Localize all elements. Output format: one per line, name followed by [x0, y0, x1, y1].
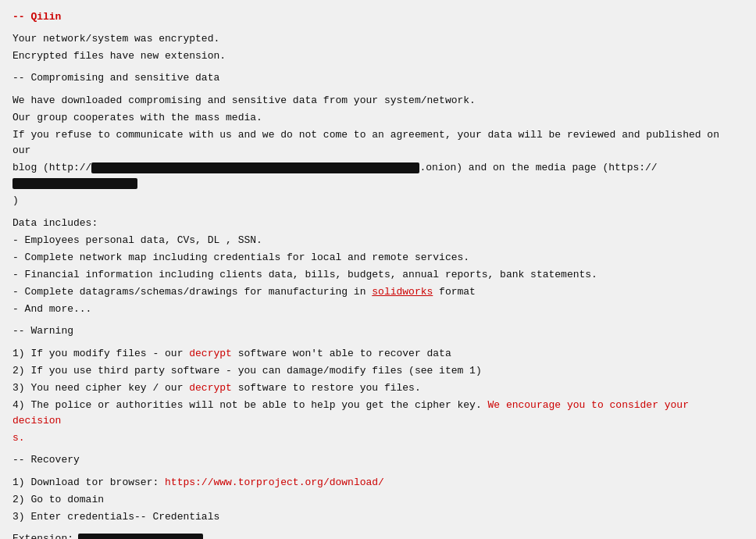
extension-line: Extension:: [12, 531, 744, 539]
data-includes-section: Data includes: - Employees personal data…: [12, 216, 744, 318]
warning-header: -- Warning: [12, 323, 744, 339]
compromising-body: We have downloaded compromising and sens…: [12, 93, 744, 209]
recovery-header: -- Recovery: [12, 452, 744, 468]
data-item-5: - And more...: [12, 302, 744, 317]
intro-line2: Encrypted files have new extension.: [12, 48, 744, 64]
comp-line3-prefix: If you refuse to communicate with us and…: [12, 129, 719, 156]
comp-blog-prefix: blog (http://: [12, 162, 91, 173]
warning-item-2: 2) If you use third party software - you…: [12, 363, 744, 379]
comp-end: ): [12, 193, 744, 209]
title-text: -- Qilin: [12, 11, 61, 23]
compromising-header: -- Compromising and sensitive data: [12, 70, 744, 86]
recovery-header-block: -- Recovery: [12, 452, 744, 468]
comp-line3: If you refuse to communicate with us and…: [12, 127, 744, 159]
data-item-1: - Employees personal data, CVs, DL , SSN…: [12, 233, 744, 248]
warning-items: 1) If you modify files - our decrypt sof…: [12, 346, 744, 447]
data-item-2: - Complete network map including credent…: [12, 250, 744, 266]
credentials-section: Extension: Domain: .onion login: passwor…: [12, 531, 744, 539]
comp-line1: We have downloaded compromising and sens…: [12, 93, 744, 109]
intro-section: Your network/system was encrypted. Encry…: [12, 31, 744, 64]
warning-item-4: 4) The police or authorities will not be…: [12, 398, 744, 429]
comp-blog-suffix: .onion) and on the media page (https://: [419, 162, 657, 173]
extension-label: Extension:: [12, 531, 73, 539]
redacted-media-url: [12, 178, 137, 189]
recovery-item-1: 1) Download tor browser: https://www.tor…: [12, 475, 744, 491]
data-item-4: - Complete datagrams/schemas/drawings fo…: [12, 284, 744, 300]
recovery-item-3: 3) Enter credentials-- Credentials: [12, 509, 744, 525]
intro-line1: Your network/system was encrypted.: [12, 31, 744, 47]
data-item-3: - Financial information including client…: [12, 267, 744, 283]
note-container: -- Qilin Your network/system was encrypt…: [12, 9, 744, 539]
warning-item-3: 3) You need cipher key / our decrypt sof…: [12, 380, 744, 396]
comp-blog-line: blog (http://.onion) and on the media pa…: [12, 160, 744, 191]
warning-section: -- Warning: [12, 323, 744, 339]
comp-line2: Our group cooperates with the mass media…: [12, 110, 744, 126]
redacted-blog-url: [91, 162, 419, 173]
title-line: -- Qilin: [12, 9, 744, 25]
recovery-items: 1) Download tor browser: https://www.tor…: [12, 475, 744, 525]
data-includes-header: Data includes:: [12, 216, 744, 231]
warning-item-1: 1) If you modify files - our decrypt sof…: [12, 346, 744, 362]
recovery-item-2: 2) Go to domain: [12, 492, 744, 508]
redacted-extension: [78, 534, 203, 539]
warning-item-4b: s.: [12, 430, 744, 446]
